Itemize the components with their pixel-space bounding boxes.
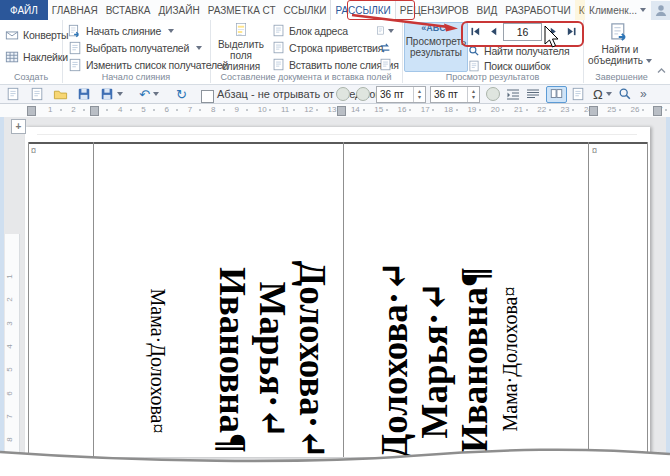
rules-button[interactable] — [376, 23, 394, 38]
keep-with-next-checkbox[interactable] — [201, 88, 214, 104]
highlight-merge-fields-button[interactable]: Выделить поля слияния — [214, 22, 268, 72]
labels-button[interactable]: Наклейки — [5, 50, 68, 64]
left-card-name-text[interactable]: Долохова·↵ Марья·↵ Ивановна¶ — [212, 260, 332, 460]
preview-results-button[interactable]: «ABC» Просмотреть результаты — [404, 22, 468, 72]
last-record-button[interactable] — [564, 24, 579, 39]
finish-merge-button[interactable]: Найти и объединить — [589, 22, 651, 72]
ruler-tick — [502, 109, 504, 111]
update-labels-button[interactable] — [376, 57, 394, 72]
print-preview-button[interactable] — [618, 86, 632, 102]
ruler-tick — [106, 109, 108, 111]
ruler-tick — [619, 109, 621, 111]
spinner-arrows-icon[interactable]: ▴▾ — [467, 87, 479, 102]
avatar[interactable] — [651, 1, 670, 20]
envelopes-button[interactable]: Конверты — [5, 28, 68, 42]
column-marker[interactable] — [90, 106, 99, 116]
column-marker[interactable] — [653, 106, 662, 116]
tab-references[interactable]: ССЫЛКИ — [280, 0, 331, 20]
ruler-number: 9 — [234, 105, 238, 114]
open-button[interactable] — [53, 86, 68, 102]
tab-insert[interactable]: ВСТАВКА — [102, 0, 155, 20]
checkbox-icon — [201, 90, 214, 103]
group-label-write-insert: Составление документа и вставка полей — [210, 72, 402, 82]
table-border-col2[interactable] — [343, 142, 344, 457]
tab-mailings[interactable]: РАССЫЛКИ — [330, 0, 395, 20]
chevron-down-icon — [196, 46, 202, 50]
column-marker[interactable] — [27, 106, 36, 116]
circle-icon — [356, 87, 370, 101]
top-margin-line — [37, 134, 637, 135]
group-label-finish: Завершение — [583, 72, 660, 82]
left-card-relation-text[interactable]: Мама·Долохова¤ — [147, 281, 169, 441]
address-block-button[interactable]: Блок адреса — [272, 24, 348, 37]
edit-recipient-list-button[interactable]: Изменить список получателей — [68, 58, 228, 72]
select-recipients-button[interactable]: Выбрать получателей — [68, 41, 202, 55]
tab-review[interactable]: РЕЦЕНЗИРОВ — [396, 0, 473, 20]
horizontal-ruler[interactable]: 1234567891011121314151617181920212223242… — [0, 104, 670, 118]
find-recipient-button[interactable]: Найти получателя — [468, 45, 569, 57]
ruler-tick — [642, 109, 644, 111]
new-document-button[interactable] — [6, 86, 20, 102]
table-border-col3[interactable] — [588, 142, 589, 457]
ruler-number: 8 — [211, 105, 215, 114]
macro-button-2[interactable] — [356, 86, 370, 102]
document-page[interactable]: ¤ ¤ Мама·Долохова¤ Долохова·↵ Марья·↵ Ив… — [25, 127, 650, 457]
greeting-line-icon — [272, 41, 285, 54]
print-preview-icon — [618, 87, 632, 101]
previous-record-button[interactable] — [486, 24, 501, 39]
table-border-col1[interactable] — [93, 142, 94, 457]
group-create: Конверты Наклейки Создать — [0, 20, 63, 83]
abc-preview-icon: «ABC» — [421, 23, 451, 34]
save-as-button[interactable] — [100, 86, 123, 102]
match-fields-button[interactable] — [376, 40, 394, 55]
next-record-button[interactable] — [546, 24, 561, 39]
two-pages-view-button[interactable] — [546, 86, 567, 102]
macro-button-3[interactable] — [486, 86, 500, 102]
spinner-arrows-icon[interactable]: ▴▾ — [413, 87, 425, 102]
column-marker[interactable] — [337, 106, 346, 116]
font-size-spinner-1[interactable]: 36 пт ▴▾ — [376, 86, 426, 102]
ruler-number: 10 — [258, 105, 267, 114]
omega-icon: Ω — [593, 87, 603, 102]
circle-icon — [336, 87, 350, 101]
greeting-line-button[interactable]: Строка приветствия — [272, 41, 383, 54]
right-card-name-text[interactable]: Долохова·↵ Марья·↵ Ивановна¶ — [375, 260, 495, 460]
undo-button[interactable]: ↶ — [139, 86, 159, 102]
ribbon-tab-bar: ФАЙЛ ГЛАВНАЯ ВСТАВКА ДИЗАЙН РАЗМЕТКА СТ … — [0, 0, 670, 21]
qat-overflow-button[interactable]: » — [640, 86, 647, 102]
save-button[interactable] — [77, 86, 91, 102]
update-labels-icon — [379, 58, 392, 71]
symbol-button[interactable]: Ω — [593, 86, 612, 102]
ruler-number: 4 — [118, 105, 122, 114]
collapse-ribbon-button[interactable] — [657, 60, 666, 78]
tab-developer[interactable]: РАЗРАБОТЧИ — [501, 0, 574, 20]
start-mail-merge-button[interactable]: Начать слияние — [68, 24, 174, 38]
page-view-button[interactable] — [571, 86, 585, 102]
vertical-ruler[interactable]: 12345678910111213 — [5, 234, 20, 476]
right-card-relation-text[interactable]: Мама·Долохова¤ — [499, 279, 521, 439]
tab-design[interactable]: ДИЗАЙН — [155, 0, 204, 20]
ruler-number: 19 — [467, 105, 476, 114]
tab-file[interactable]: ФАЙЛ — [0, 0, 48, 20]
tab-view[interactable]: ВИД — [473, 0, 502, 20]
search-icon — [468, 45, 480, 57]
font-size-spinner-2[interactable]: 36 пт ▴▾ — [430, 86, 480, 102]
ruler-number: 25 — [607, 105, 616, 114]
column-marker[interactable] — [589, 106, 598, 116]
tab-page-layout[interactable]: РАЗМЕТКА СТ — [204, 0, 280, 20]
new-blank-button[interactable] — [30, 86, 44, 102]
ruler-tick — [223, 109, 225, 111]
record-number-field[interactable]: 16 — [503, 23, 542, 41]
keep-with-next-label: Абзац - не отрывать от следующего — [217, 86, 400, 102]
macro-button-1[interactable] — [336, 86, 350, 102]
redo-button[interactable]: ↻ — [176, 86, 187, 102]
table-move-handle[interactable]: + — [11, 119, 26, 134]
ruler-number: 7 — [188, 105, 192, 114]
match-fields-icon — [378, 41, 392, 55]
first-record-button[interactable] — [468, 24, 483, 39]
tab-home[interactable]: ГЛАВНАЯ — [48, 0, 102, 20]
account-menu[interactable]: Клименк... — [585, 0, 670, 20]
check-errors-button[interactable]: Поиск ошибок — [468, 60, 550, 72]
indent-button[interactable] — [506, 86, 520, 102]
paragraph-lines-button[interactable] — [526, 86, 540, 102]
